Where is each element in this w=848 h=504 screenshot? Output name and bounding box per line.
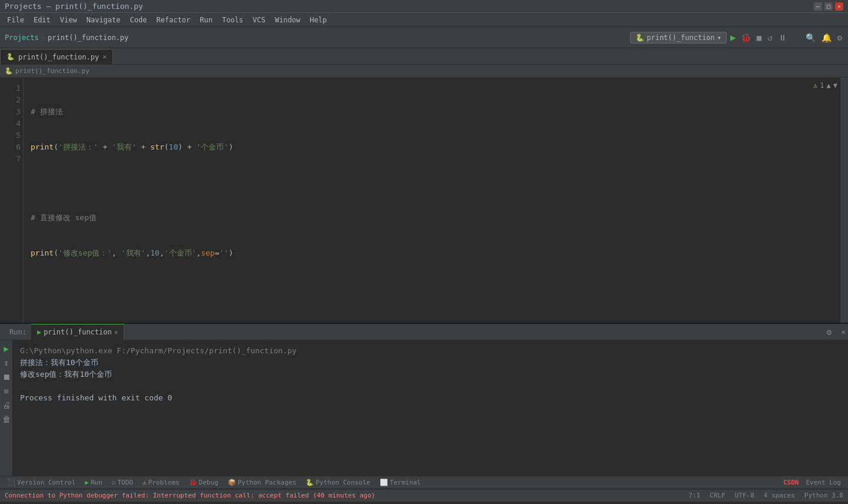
run-tab-icon: ▶ (37, 328, 41, 336)
terminal-label: Terminal (390, 479, 421, 486)
editor[interactable]: 1 2 3 4 5 6 7 # 拼接法 print('拼接法：' + '我有' … (0, 78, 848, 323)
warning-up-icon[interactable]: ▲ (827, 81, 831, 89)
menu-view[interactable]: View (55, 15, 82, 25)
code-line-1: # 拼接法 (31, 106, 833, 118)
status-line-ending[interactable]: CRLF (710, 492, 726, 499)
status-right: 7:1 CRLF UTF-8 4 spaces Python 3.8 (688, 492, 843, 499)
rerun-output-button[interactable]: ↕ (2, 357, 9, 369)
breadcrumb-file[interactable]: print()_function.py (48, 34, 128, 42)
todo-icon: ☑ (112, 479, 116, 486)
terminal-icon: ⬜ (380, 479, 388, 486)
clear-output-button[interactable]: 🗑 (1, 413, 12, 425)
taskbar-todo[interactable]: ☑ TODO (107, 476, 138, 489)
run-config-icon: 🐍 (635, 34, 644, 42)
python-packages-label: Python Packages (238, 479, 296, 486)
taskbar-terminal[interactable]: ⬜ Terminal (375, 476, 426, 489)
status-error-message: Connection to Python debugger failed: In… (5, 492, 375, 499)
todo-label: TODO (117, 479, 133, 486)
notifications-button[interactable]: 🔔 (820, 32, 833, 44)
code-line-6 (31, 283, 833, 294)
status-encoding[interactable]: UTF-8 (735, 492, 754, 499)
menu-navigate[interactable]: Navigate (82, 15, 125, 25)
breadcrumb-filename: print()_function.py (15, 67, 90, 75)
breadcrumb: Projects › print()_function.py (5, 34, 128, 42)
status-bar: Connection to Python debugger failed: In… (0, 489, 848, 502)
run-tab-close[interactable]: ✕ (114, 329, 118, 336)
taskbar-python-packages[interactable]: 📦 Python Packages (223, 476, 301, 489)
status-python-version[interactable]: Python 3.8 (804, 492, 843, 499)
search-button[interactable]: 🔍 (804, 32, 817, 44)
run-again-button[interactable]: ▶ (2, 343, 9, 354)
titlebar: Projects – print()_function.py – □ ✕ (0, 0, 848, 13)
code-line-3 (31, 177, 833, 188)
pause-button[interactable]: ⏸ (777, 32, 788, 44)
status-indent[interactable]: 4 spaces (764, 492, 795, 499)
run-tab-print-function[interactable]: ▶ print()_function ✕ (31, 324, 124, 340)
close-button[interactable]: ✕ (835, 2, 843, 11)
menu-file[interactable]: File (2, 15, 29, 25)
run-button[interactable]: ▶ (730, 32, 736, 43)
run-config-label: print()_function (647, 34, 715, 42)
menu-code[interactable]: Code (125, 15, 152, 25)
taskbar-problems[interactable]: ⚠ Problems (138, 476, 184, 489)
csdn-label[interactable]: CSDN (783, 479, 799, 486)
run-tab-label: print()_function (44, 328, 112, 336)
output-line-3: 修改sep值：我有10个金币 (20, 369, 841, 380)
menu-tools[interactable]: Tools (217, 15, 248, 25)
menu-edit[interactable]: Edit (29, 15, 55, 25)
tab-filename: print()_function.py (18, 53, 99, 61)
breadcrumb-file-icon: 🐍 (5, 67, 13, 75)
problems-icon: ⚠ (143, 479, 147, 486)
event-log-label[interactable]: Event Log (806, 479, 841, 486)
settings-output-button[interactable]: 🖨 (1, 399, 12, 411)
bottom-panel: Run: ▶ print()_function ✕ ⚙ ✕ ▶ ↕ ⏹ ≡ 🖨 … (0, 323, 848, 476)
bottom-close-icon[interactable]: ✕ (839, 327, 848, 336)
editor-scrollbar[interactable] (840, 78, 848, 323)
line-numbers: 1 2 3 4 5 6 7 (0, 78, 24, 323)
toolbar: Projects › print()_function.py 🐍 print()… (0, 27, 848, 48)
menu-vcs[interactable]: VCS (248, 15, 270, 25)
taskbar-debug[interactable]: 🐞 Debug (184, 476, 223, 489)
menu-window[interactable]: Window (270, 15, 305, 25)
menu-run[interactable]: Run (195, 15, 217, 25)
taskbar-python-console[interactable]: 🐍 Python Console (301, 476, 375, 489)
code-editor[interactable]: # 拼接法 print('拼接法：' + '我有' + str(10) + '个… (24, 78, 840, 323)
output-line-1: G:\Python\python.exe F:/Pycharm/Projects… (20, 345, 841, 357)
debug-taskbar-label: Debug (199, 479, 218, 486)
menu-help[interactable]: Help (305, 15, 332, 25)
run-taskbar-label: Run (91, 479, 102, 486)
stop-output-button[interactable]: ⏹ (1, 371, 12, 383)
stop-button[interactable]: ■ (756, 32, 763, 44)
run-toolbar: ▶ ↕ ⏹ ≡ 🖨 🗑 (0, 340, 13, 476)
output-line-4 (20, 380, 841, 392)
warning-icon: ⚠ (813, 81, 817, 89)
output-line-2: 拼接法：我有10个金币 (20, 357, 841, 369)
taskbar-version-control[interactable]: ⬛ Version Control (2, 476, 80, 489)
python-packages-icon: 📦 (228, 479, 236, 486)
code-line-2: print('拼接法：' + '我有' + str(10) + '个金币') (31, 141, 833, 153)
python-console-icon: 🐍 (306, 479, 314, 486)
toggle-output-button[interactable]: ≡ (2, 385, 9, 397)
toolbar-left: Projects › print()_function.py (5, 34, 128, 42)
bottom-settings-icon[interactable]: ⚙ (822, 327, 836, 337)
editor-tab-print-function[interactable]: 🐍 print()_function.py ✕ (0, 49, 113, 64)
run-config-selector[interactable]: 🐍 print()_function ▾ (630, 32, 727, 44)
taskbar-run[interactable]: ▶ Run (80, 476, 107, 489)
maximize-button[interactable]: □ (824, 2, 833, 11)
breadcrumb-sep: › (41, 34, 45, 42)
run-label: Run: (5, 328, 31, 336)
minimize-button[interactable]: – (814, 2, 822, 11)
debug-taskbar-icon: 🐞 (189, 479, 197, 486)
settings-button[interactable]: ⚙ (836, 32, 843, 44)
breadcrumb-projects[interactable]: Projects (5, 34, 39, 42)
tab-close-button[interactable]: ✕ (102, 53, 107, 61)
tab-python-icon: 🐍 (6, 53, 15, 61)
debug-button[interactable]: 🐞 (740, 32, 752, 44)
warning-down-icon[interactable]: ▼ (833, 81, 837, 89)
editor-container: 🐍 print()_function.py ✕ 🐍 print()_functi… (0, 48, 848, 323)
menubar: File Edit View Navigate Code Refactor Ru… (0, 13, 848, 27)
status-position[interactable]: 7:1 (688, 492, 700, 499)
rerun-button[interactable]: ↺ (766, 32, 773, 44)
menu-refactor[interactable]: Refactor (151, 15, 195, 25)
run-icon: ▶ (85, 479, 89, 486)
